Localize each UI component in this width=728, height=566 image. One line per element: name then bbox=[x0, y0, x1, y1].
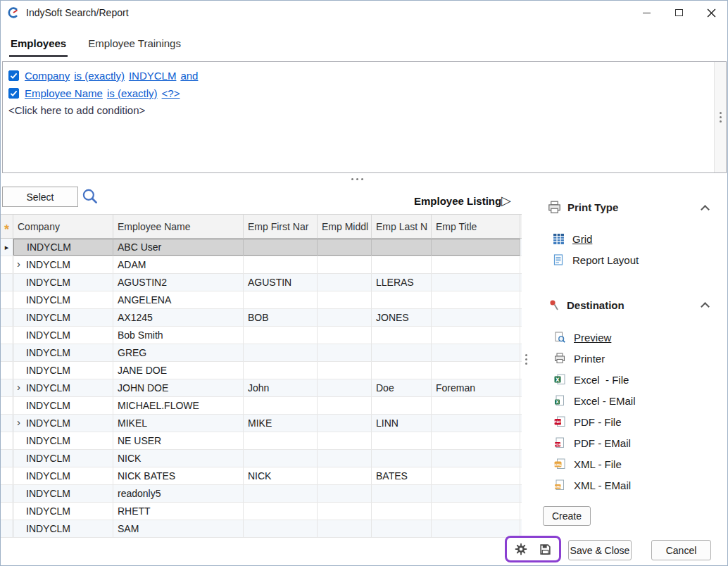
close-button[interactable] bbox=[695, 1, 727, 25]
column-header-emp-last-n[interactable]: Emp Last N bbox=[372, 215, 432, 238]
grid-cell[interactable] bbox=[432, 397, 520, 414]
table-row[interactable]: INDYCLMNICK BATESNICKBATES bbox=[1, 467, 522, 485]
grid-cell[interactable] bbox=[318, 362, 372, 379]
condition-checkbox[interactable] bbox=[8, 70, 19, 81]
row-selector-gutter[interactable] bbox=[1, 291, 13, 308]
grid-cell[interactable] bbox=[432, 520, 520, 537]
grid-cell[interactable] bbox=[244, 239, 318, 256]
grid-cell[interactable] bbox=[318, 379, 372, 396]
grid-cell[interactable] bbox=[318, 450, 372, 467]
condition-checkbox[interactable] bbox=[8, 88, 19, 99]
add-condition-link[interactable]: <Click here to add condition> bbox=[3, 102, 726, 118]
grid-cell[interactable]: INDYCLM bbox=[13, 485, 113, 502]
tab-employees[interactable]: Employees bbox=[9, 37, 68, 57]
select-button[interactable]: Select bbox=[2, 187, 78, 207]
grid-cell[interactable]: LINN bbox=[372, 415, 432, 432]
grid-cell[interactable] bbox=[244, 432, 318, 449]
row-selector-gutter[interactable] bbox=[1, 520, 13, 537]
table-row[interactable]: INDYCLMGREG bbox=[1, 344, 522, 362]
grid-cell[interactable]: ›INDYCLM bbox=[13, 415, 113, 432]
grid-cell[interactable] bbox=[318, 291, 372, 308]
grid-cell[interactable]: INDYCLM bbox=[13, 362, 113, 379]
grid-cell[interactable]: GREG bbox=[113, 344, 244, 361]
grid-cell[interactable] bbox=[244, 291, 318, 308]
table-row[interactable]: INDYCLMSAM bbox=[1, 520, 522, 538]
grid-cell[interactable]: INDYCLM bbox=[13, 309, 113, 326]
expand-row-icon[interactable]: › bbox=[17, 258, 20, 270]
grid-cell[interactable] bbox=[372, 291, 432, 308]
row-selector-gutter[interactable] bbox=[1, 256, 13, 273]
condition-term-link[interactable]: and bbox=[180, 70, 198, 82]
collapse-chevron-icon[interactable] bbox=[701, 302, 710, 311]
row-selector-gutter[interactable] bbox=[1, 379, 13, 396]
grid-cell[interactable] bbox=[432, 485, 520, 502]
grid-cell[interactable] bbox=[432, 450, 520, 467]
collapse-chevron-icon[interactable] bbox=[701, 205, 710, 214]
table-row[interactable]: INDYCLMANGELENA bbox=[1, 291, 522, 309]
table-row[interactable]: ›INDYCLMJOHN DOEJohnDoeForeman bbox=[1, 379, 522, 397]
grid-cell[interactable]: Doe bbox=[372, 379, 432, 396]
grid-cell[interactable] bbox=[318, 274, 372, 291]
row-selector-gutter[interactable] bbox=[1, 485, 13, 502]
grid-cell[interactable] bbox=[432, 309, 520, 326]
grid-cell[interactable] bbox=[372, 503, 432, 520]
column-header-employee-name[interactable]: Employee Name bbox=[113, 215, 244, 238]
option-printer[interactable]: Printer bbox=[553, 351, 636, 366]
option-pdf-file[interactable]: PDFPDF - File bbox=[553, 414, 636, 429]
condition-term-link[interactable]: Company bbox=[25, 70, 70, 82]
table-row[interactable]: ▸INDYCLMABC User bbox=[1, 239, 522, 256]
grid-cell[interactable]: INDYCLM bbox=[13, 274, 113, 291]
grid-cell[interactable] bbox=[432, 344, 520, 361]
grid-cell[interactable]: INDYCLM bbox=[13, 397, 113, 414]
grid-cell[interactable] bbox=[372, 520, 432, 537]
grid-cell[interactable] bbox=[244, 362, 318, 379]
grid-cell[interactable]: NICK bbox=[244, 467, 318, 484]
table-row[interactable]: INDYCLMBob Smith bbox=[1, 327, 522, 344]
grid-cell[interactable] bbox=[432, 239, 520, 256]
table-row[interactable]: INDYCLMNE USER bbox=[1, 432, 522, 450]
grid-cell[interactable]: John bbox=[244, 379, 318, 396]
grid-cell[interactable] bbox=[318, 256, 372, 273]
maximize-button[interactable] bbox=[663, 1, 695, 25]
condition-term-link[interactable]: INDYCLM bbox=[129, 70, 177, 82]
grid-cell[interactable]: MIKEL bbox=[113, 415, 244, 432]
column-header-emp-middl[interactable]: Emp Middl bbox=[318, 215, 372, 238]
play-arrow-icon[interactable]: ▷ bbox=[501, 193, 511, 208]
grid-cell[interactable] bbox=[318, 344, 372, 361]
grid-cell[interactable] bbox=[432, 274, 520, 291]
grid-cell[interactable] bbox=[432, 256, 520, 273]
grid-cell[interactable] bbox=[318, 239, 372, 256]
grid-cell[interactable]: MIKE bbox=[244, 415, 318, 432]
option-excel-email[interactable]: XExcel - EMail bbox=[553, 393, 636, 408]
table-row[interactable]: ›INDYCLMMIKELMIKELINN bbox=[1, 415, 522, 432]
grid-cell[interactable] bbox=[244, 503, 318, 520]
row-selector-gutter[interactable] bbox=[1, 344, 13, 361]
grid-cell[interactable]: AGUSTIN bbox=[244, 274, 318, 291]
condition-term-link[interactable]: is (exactly) bbox=[107, 87, 158, 99]
grid-cell[interactable] bbox=[372, 432, 432, 449]
grid-cell[interactable] bbox=[372, 344, 432, 361]
option-xml-file[interactable]: XMLXML - File bbox=[553, 456, 636, 472]
option-grid[interactable]: Grid bbox=[552, 231, 639, 246]
panel-splitter-handle[interactable] bbox=[1, 174, 713, 184]
grid-cell[interactable] bbox=[372, 397, 432, 414]
expand-row-icon[interactable]: › bbox=[17, 381, 20, 393]
grid-cell[interactable]: LLERAS bbox=[372, 274, 432, 291]
grid-cell[interactable]: INDYCLM bbox=[13, 432, 113, 449]
grid-cell[interactable]: ANGELENA bbox=[113, 291, 244, 308]
grid-cell[interactable]: BATES bbox=[372, 467, 432, 484]
row-selector-gutter[interactable] bbox=[1, 309, 13, 326]
grid-cell[interactable] bbox=[372, 485, 432, 502]
grid-cell[interactable] bbox=[318, 432, 372, 449]
row-selector-gutter[interactable] bbox=[1, 432, 13, 449]
grid-cell[interactable]: INDYCLM bbox=[13, 327, 113, 344]
search-icon[interactable] bbox=[80, 187, 100, 206]
grid-cell[interactable] bbox=[244, 397, 318, 414]
grid-cell[interactable] bbox=[244, 327, 318, 344]
grid-cell[interactable] bbox=[244, 520, 318, 537]
gear-icon[interactable] bbox=[513, 541, 529, 557]
column-header-emp-title[interactable]: Emp Title bbox=[432, 215, 520, 238]
grid-cell[interactable]: INDYCLM bbox=[13, 450, 113, 467]
grid-cell[interactable] bbox=[432, 432, 520, 449]
condition-term-link[interactable]: <?> bbox=[162, 87, 180, 99]
